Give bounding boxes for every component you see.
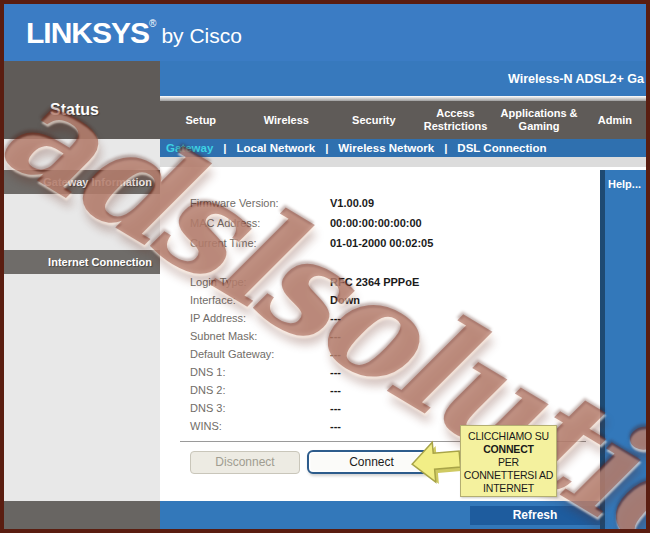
info-row: DNS 1: ---	[190, 366, 594, 384]
info-row-label: MAC Address:	[190, 217, 330, 229]
info-row-value: ---	[330, 402, 341, 414]
info-row-label: DNS 2:	[190, 384, 330, 396]
info-row: Firmware Version: V1.00.09	[190, 197, 594, 217]
info-row-label: DNS 3:	[190, 402, 330, 414]
nav-tab-label-line1: Access	[436, 107, 475, 120]
info-row-value: ---	[330, 348, 341, 360]
info-row-value: 01-01-2000 00:02:05	[330, 237, 433, 249]
footer-bar: Refresh	[160, 501, 646, 529]
subnav-item[interactable]: Wireless Network	[315, 142, 434, 154]
info-row-value: V1.00.09	[330, 197, 374, 209]
info-row-value: 00:00:00:00:00:00	[330, 217, 422, 229]
info-row: MAC Address: 00:00:00:00:00:00	[190, 217, 594, 237]
nav-tab-label-line1: Applications &	[501, 107, 578, 120]
info-row: Login Type: RFC 2364 PPPoE	[190, 276, 594, 294]
registered-mark: ®	[149, 18, 156, 29]
sidebar-section-label: Internet Connection	[4, 250, 160, 274]
nav-tab-label-line1: Setup	[186, 114, 217, 127]
info-row-label: IP Address:	[190, 312, 330, 324]
info-row-value: ---	[330, 384, 341, 396]
nav-tab-label-line1: Security	[352, 114, 395, 127]
info-row-label: Current Time:	[190, 237, 330, 249]
nav-tab-label-line2: Restrictions	[424, 120, 488, 133]
page-title-block: Status	[4, 61, 160, 139]
info-row-label: Interface:	[190, 294, 330, 306]
help-link[interactable]: Help...	[608, 178, 641, 190]
nav-tab[interactable]: Access Restrictions	[417, 101, 495, 139]
callout-line: PER	[461, 456, 556, 469]
gateway-information-rows: Firmware Version: V1.00.09 MAC Address: …	[190, 197, 594, 257]
sub-nav: Gateway Local Network Wireless Network D…	[160, 139, 646, 157]
brand-header: LINKSYS®by Cisco	[4, 4, 646, 61]
info-row: Current Time: 01-01-2000 00:02:05	[190, 237, 594, 257]
subnav-bottom-strip	[160, 157, 646, 167]
info-row: DNS 2: ---	[190, 384, 594, 402]
main-nav-tabs: Setup Wireless Security Access Restricti…	[160, 101, 646, 139]
nav-tab-label-line1: Admin	[598, 114, 632, 127]
router-admin-page: LINKSYS®by Cisco Status Wireless-N ADSL2…	[0, 0, 650, 533]
info-row: DNS 3: ---	[190, 402, 594, 420]
disconnect-button[interactable]: Disconnect	[190, 451, 300, 474]
info-row-value: Down	[330, 294, 360, 306]
info-row-value: ---	[330, 330, 341, 342]
page-title: Status	[50, 101, 99, 119]
product-title: Wireless-N ADSL2+ Ga	[508, 72, 644, 86]
nav-tab[interactable]: Setup	[160, 101, 242, 139]
product-titlebar: Wireless-N ADSL2+ Ga	[160, 61, 646, 96]
callout-line: CLICCHIAMO SU	[461, 430, 556, 443]
subnav-item[interactable]: Gateway	[166, 142, 213, 154]
info-row-value: ---	[330, 420, 341, 432]
refresh-button[interactable]: Refresh	[470, 506, 600, 525]
callout-line: CONNETTERSI AD	[461, 469, 556, 482]
internet-connection-rows: Login Type: RFC 2364 PPPoE Interface: Do…	[190, 276, 594, 438]
nav-tab-label-line2: Gaming	[519, 120, 560, 133]
sidebar-section-label: Gateway Information	[4, 170, 160, 194]
info-row-label: DNS 1:	[190, 366, 330, 378]
info-row-label: Subnet Mask:	[190, 330, 330, 342]
callout-line: INTERNET	[461, 482, 556, 495]
help-column: Help...	[600, 170, 646, 529]
info-row-value: RFC 2364 PPPoE	[330, 276, 419, 288]
info-row-value: ---	[330, 366, 341, 378]
logo-text: LINKSYS	[26, 16, 149, 49]
info-row-label: WINS:	[190, 420, 330, 432]
nav-tab[interactable]: Applications & Gaming	[494, 101, 583, 139]
callout-line: CONNECT	[461, 443, 556, 456]
linksys-logo: LINKSYS®by Cisco	[26, 16, 242, 50]
nav-tab[interactable]: Security	[331, 101, 417, 139]
nav-tab-label-line1: Wireless	[264, 114, 309, 127]
logo-byline: by Cisco	[161, 24, 242, 47]
annotation-arrow-icon	[408, 438, 466, 487]
info-row: Interface: Down	[190, 294, 594, 312]
subnav-item[interactable]: Local Network	[213, 142, 315, 154]
left-sidebar: Gateway Information Internet Connection	[4, 139, 160, 501]
annotation-callout: CLICCHIAMO SU CONNECT PER CONNETTERSI AD…	[460, 425, 557, 497]
info-row: IP Address: ---	[190, 312, 594, 330]
footer-left-block	[4, 501, 160, 529]
subnav-item[interactable]: DSL Connection	[434, 142, 546, 154]
info-row-label: Login Type:	[190, 276, 330, 288]
info-row: Default Gateway: ---	[190, 348, 594, 366]
info-row-value: ---	[330, 312, 341, 324]
nav-tab[interactable]: Wireless	[242, 101, 331, 139]
nav-tab[interactable]: Admin	[584, 101, 646, 139]
info-row-label: Default Gateway:	[190, 348, 330, 360]
info-row: Subnet Mask: ---	[190, 330, 594, 348]
info-row-label: Firmware Version:	[190, 197, 330, 209]
